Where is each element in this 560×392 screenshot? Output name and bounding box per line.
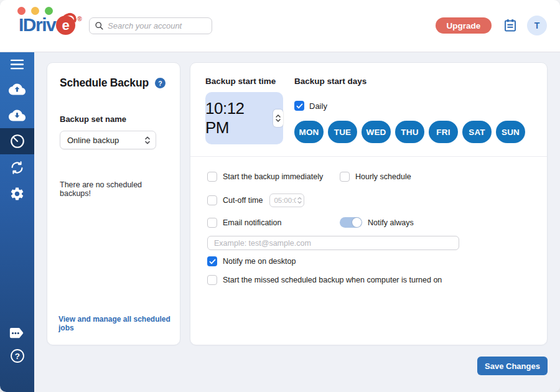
search-input[interactable] — [108, 21, 207, 30]
app-window: IDriv e ® Upgrade — [0, 0, 560, 392]
sidebar-item-backup[interactable] — [0, 76, 34, 102]
hamburger-menu-icon — [10, 59, 24, 70]
daily-checkbox[interactable] — [294, 101, 304, 111]
daily-label: Daily — [309, 101, 327, 111]
activity-log-button[interactable] — [502, 17, 519, 34]
account-search — [89, 17, 212, 34]
sidebar-bottom: ? — [0, 327, 34, 392]
start-immediately-checkbox[interactable] — [207, 172, 217, 182]
no-scheduled-backups-message: There are no scheduled backups! — [60, 180, 167, 198]
registered-mark: ® — [77, 16, 82, 22]
day-pill-sun[interactable]: SUN — [496, 121, 525, 143]
check-icon — [296, 103, 303, 109]
svg-text:?: ? — [14, 352, 19, 361]
time-picker-value[interactable]: 10:12 PM — [205, 99, 269, 138]
backup-start-days-label: Backup start days — [294, 77, 532, 86]
missed-backup-label: Start the missed scheduled backup when c… — [223, 276, 442, 284]
sidebar-item-scheduler[interactable] — [0, 128, 34, 154]
cutoff-time-field — [269, 194, 304, 207]
missed-backup-checkbox[interactable] — [207, 275, 217, 285]
help-circle-icon: ? — [9, 348, 26, 364]
email-notification-label: Email notification — [223, 218, 282, 227]
view-scheduled-jobs-link[interactable]: View and manage all scheduled jobs — [58, 315, 180, 332]
main-content: Schedule Backup ? Backup set name Online… — [34, 52, 560, 392]
avatar[interactable]: T — [527, 16, 547, 35]
idrive-logo: IDriv e ® — [19, 14, 82, 35]
logo-text: IDriv — [19, 14, 55, 35]
day-pill-wed[interactable]: WED — [362, 121, 391, 143]
sidebar-item-sync[interactable] — [0, 154, 34, 180]
gear-icon — [9, 186, 25, 202]
schedule-help-icon[interactable]: ? — [155, 78, 166, 88]
search-icon — [95, 21, 104, 30]
day-pill-thu[interactable]: THU — [395, 121, 424, 143]
notify-always-label: Notify always — [368, 218, 414, 227]
sync-icon — [9, 160, 25, 175]
start-immediately-label: Start the backup immediately — [223, 172, 323, 181]
sidebar: ? — [0, 52, 34, 392]
upgrade-button[interactable]: Upgrade — [436, 17, 492, 34]
sidebar-item-help[interactable]: ? — [9, 348, 26, 364]
page-title: Schedule Backup — [60, 77, 149, 90]
cutoff-stepper-icon[interactable] — [297, 197, 302, 204]
clipboard-calendar-icon — [503, 18, 518, 33]
backup-set-select[interactable]: Online backup — [60, 131, 156, 149]
notify-always-toggle[interactable] — [340, 217, 362, 228]
notify-desktop-checkbox[interactable] — [207, 256, 217, 266]
backup-set-selected-value: Online backup — [67, 136, 144, 145]
backup-set-name-label: Backup set name — [60, 114, 167, 124]
save-changes-button[interactable]: Save Changes — [477, 357, 548, 375]
logo-lock-e-icon: e — [56, 16, 75, 35]
check-icon — [209, 259, 216, 264]
scheduler-clock-icon — [9, 133, 26, 149]
schedule-backup-panel: Schedule Backup ? Backup set name Online… — [47, 62, 180, 345]
time-picker[interactable]: 10:12 PM — [205, 92, 283, 144]
day-pill-sat[interactable]: SAT — [462, 121, 492, 143]
hourly-schedule-label: Hourly schedule — [355, 172, 411, 181]
toggle-knob — [352, 218, 362, 227]
sidebar-menu-button[interactable] — [0, 52, 34, 76]
cloud-upload-icon — [9, 81, 26, 98]
schedule-settings-panel: Backup start time 10:12 PM Backup start … — [190, 62, 548, 345]
sidebar-item-settings[interactable] — [0, 180, 34, 207]
header-bar: IDriv e ® Upgrade — [0, 0, 560, 52]
time-stepper[interactable] — [273, 110, 283, 127]
sidebar-item-restore[interactable] — [0, 102, 34, 128]
cutoff-time-label: Cut-off time — [223, 196, 263, 205]
backup-start-time-label: Backup start time — [205, 77, 294, 86]
email-notification-checkbox[interactable] — [207, 218, 217, 228]
feedback-bubble-icon — [9, 327, 26, 340]
sidebar-item-feedback[interactable] — [9, 327, 26, 340]
hourly-schedule-checkbox[interactable] — [340, 172, 350, 182]
notify-desktop-label: Notify me on desktop — [223, 257, 296, 266]
day-pill-fri[interactable]: FRI — [429, 121, 458, 143]
cutoff-time-input[interactable] — [274, 197, 296, 204]
cloud-download-icon — [9, 107, 26, 124]
notification-email-input[interactable] — [207, 236, 459, 250]
cutoff-time-checkbox[interactable] — [207, 195, 217, 205]
day-pill-tue[interactable]: TUE — [328, 121, 357, 143]
day-pills: MON TUE WED THU FRI SAT SUN — [294, 121, 532, 143]
day-pill-mon[interactable]: MON — [294, 121, 324, 143]
select-chevrons-icon — [144, 136, 151, 145]
